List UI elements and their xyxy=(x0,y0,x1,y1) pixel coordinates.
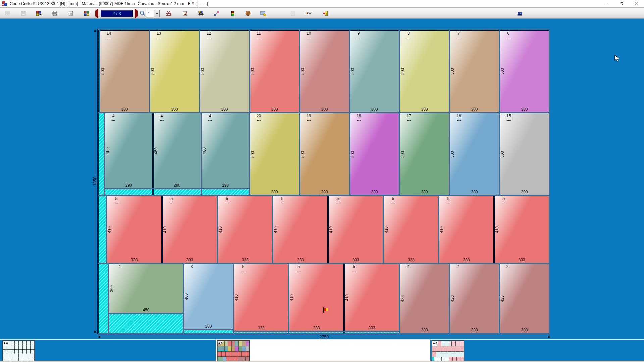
plan-colors-button[interactable] xyxy=(35,9,43,18)
thumb-cell xyxy=(15,345,18,349)
thumb-cell xyxy=(246,346,249,351)
piece-5[interactable]: 5---410333 xyxy=(162,196,217,263)
piece-19[interactable]: 19---500300 xyxy=(300,113,349,195)
exit-button[interactable] xyxy=(321,9,329,18)
piece-5[interactable]: 5---410333 xyxy=(439,196,494,263)
piece-column: 20---500300 xyxy=(250,113,299,195)
piece-id-label: 2 xyxy=(457,265,459,269)
piece-5[interactable]: 5---410333 xyxy=(273,196,328,263)
width-dimension: 2750 xyxy=(98,335,551,339)
piece-column: 5---410333 xyxy=(344,264,399,333)
thumb-cell xyxy=(23,350,26,354)
prev-page-button[interactable] xyxy=(95,11,99,16)
page-thumbnail[interactable]: 1 x xyxy=(2,340,35,362)
piece-width-label: 300 xyxy=(300,190,349,194)
sheet-width-label: 2750 xyxy=(318,335,331,339)
piece-id-label: 11--- xyxy=(257,31,261,40)
thumbnail-count-label: 1 x xyxy=(218,341,223,344)
help-button[interactable]: ? xyxy=(516,9,524,18)
thumb-cell xyxy=(460,346,464,351)
piece-11[interactable]: 11---500300 xyxy=(250,30,299,112)
cut-grid-button[interactable] xyxy=(164,9,173,18)
close-button[interactable] xyxy=(629,0,644,7)
piece-20[interactable]: 20---500300 xyxy=(250,113,299,195)
page-slot-2[interactable]: 1 x xyxy=(216,340,430,361)
piece-5[interactable]: 5---410333 xyxy=(328,196,383,263)
piece-12[interactable]: 12---500300 xyxy=(200,30,249,112)
piece-13[interactable]: 13---500300 xyxy=(150,30,199,112)
saw-button[interactable] xyxy=(305,9,313,18)
page-thumbnail[interactable]: 1 x xyxy=(432,340,464,362)
search-button[interactable] xyxy=(197,9,205,18)
thumb-cell xyxy=(27,341,31,345)
piece-5[interactable]: 5---410333 xyxy=(384,196,438,263)
page-slot-1[interactable]: 1 x xyxy=(1,340,216,361)
waste-strip xyxy=(289,332,344,333)
piece-15[interactable]: 15---500300 xyxy=(500,113,549,195)
piece-height-label: 460 xyxy=(202,113,207,188)
svg-text:?: ? xyxy=(519,12,521,15)
thumb-cell xyxy=(242,341,245,346)
print-preview-icon xyxy=(68,11,73,16)
piece-10[interactable]: 10---500300 xyxy=(300,30,349,112)
piece-column: 5---410333 xyxy=(439,196,494,263)
piece-width-label: 290 xyxy=(202,183,249,188)
zoom-select-dropdown-button[interactable] xyxy=(154,10,159,17)
piece-4[interactable]: 4---460290 xyxy=(105,113,153,188)
report-icon xyxy=(5,11,10,16)
piece-18[interactable]: 18---500300 xyxy=(350,113,399,195)
info-button[interactable] xyxy=(244,9,252,18)
piece-id-label: 5--- xyxy=(297,265,301,274)
piece-5[interactable]: 5---410333 xyxy=(494,196,549,263)
waste-strip xyxy=(98,264,108,333)
piece-3[interactable]: 3400300 xyxy=(184,264,233,329)
restore-button[interactable] xyxy=(614,0,629,7)
piece-9[interactable]: 9---500300 xyxy=(350,30,399,112)
piece-column: 5---410333 xyxy=(328,196,383,263)
mosaic-button[interactable] xyxy=(82,9,91,18)
zoom-select[interactable]: 1 xyxy=(146,10,160,17)
piece-8[interactable]: 8---500300 xyxy=(400,30,449,112)
thumb-cell xyxy=(437,341,441,346)
toolbar: 2 / 3 1 ? xyxy=(0,7,644,19)
page-slot-3[interactable]: 1 x xyxy=(430,340,644,361)
piece-2[interactable]: 2423300 xyxy=(400,264,449,333)
piece-16[interactable]: 16---500300 xyxy=(450,113,499,195)
piece-14[interactable]: 14---500300 xyxy=(100,30,149,112)
piece-id-label: 4--- xyxy=(111,114,115,123)
piece-5[interactable]: 5---410333 xyxy=(218,196,272,263)
checklist-button[interactable] xyxy=(180,9,189,18)
piece-5[interactable]: 5---410333 xyxy=(107,196,162,263)
piece-17[interactable]: 17---500300 xyxy=(400,113,449,195)
piece-5[interactable]: 5---410333 xyxy=(289,264,344,331)
page-thumbnail[interactable]: 1 x xyxy=(217,340,250,362)
minimize-button[interactable] xyxy=(599,0,614,7)
info-icon xyxy=(245,11,251,16)
costs-button[interactable] xyxy=(259,9,268,18)
print-button[interactable] xyxy=(50,9,59,18)
piece-width-label: 333 xyxy=(439,258,493,262)
piece-5[interactable]: 5---410333 xyxy=(234,264,288,331)
piece-column: 5---410333 xyxy=(273,196,328,263)
arrow-right-icon xyxy=(548,336,551,338)
piece-width-label: 333 xyxy=(218,258,272,262)
piece-id-label: 5--- xyxy=(446,197,450,205)
tools-button[interactable] xyxy=(212,9,221,18)
print-preview-button[interactable] xyxy=(66,9,75,18)
sheet-row: 4---4602904---4602904---46029020---50030… xyxy=(98,113,549,195)
thumb-cell xyxy=(242,346,245,351)
piece-4[interactable]: 4---460290 xyxy=(153,113,201,188)
piece-2[interactable]: 2423300 xyxy=(500,264,549,333)
piece-4[interactable]: 4---460290 xyxy=(202,113,249,188)
piece-5[interactable]: 5---410333 xyxy=(344,264,399,331)
stock-level-button[interactable] xyxy=(228,9,237,18)
thumb-cell xyxy=(15,341,18,345)
checklist-icon xyxy=(182,11,187,16)
piece-7[interactable]: 7---500300 xyxy=(450,30,499,112)
piece-2[interactable]: 2423300 xyxy=(450,264,499,333)
waste-strip xyxy=(184,330,233,333)
piece-id-label: 20--- xyxy=(257,114,261,123)
piece-6[interactable]: 6---500300 xyxy=(500,30,549,112)
piece-1[interactable]: 1300450 xyxy=(109,264,183,313)
waste-strip xyxy=(344,332,399,333)
